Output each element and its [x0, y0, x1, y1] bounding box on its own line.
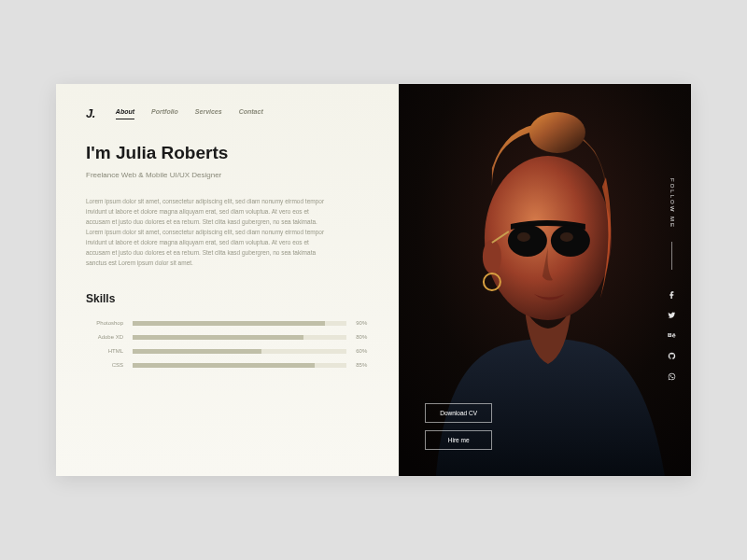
whatsapp-icon[interactable] [667, 371, 678, 382]
behance-icon[interactable] [667, 329, 678, 341]
facebook-icon[interactable] [667, 288, 678, 300]
skill-value: 60% [356, 348, 373, 354]
header: J. About Portfolio Services Contact [86, 106, 373, 120]
skill-label: Photoshop [86, 320, 123, 326]
svg-point-4 [529, 112, 585, 153]
github-icon[interactable] [667, 350, 678, 361]
skill-label: Adobe XD [86, 334, 123, 340]
divider-line [671, 242, 672, 270]
skill-value: 80% [356, 334, 373, 340]
skill-bar [133, 321, 346, 326]
svg-point-2 [483, 240, 501, 273]
follow-rail: FOLLOW ME [663, 84, 682, 476]
nav-about[interactable]: About [116, 108, 134, 119]
skill-row: Adobe XD 80% [86, 334, 373, 340]
follow-label: FOLLOW ME [669, 178, 675, 229]
nav: About Portfolio Services Contact [116, 108, 263, 119]
download-cv-button[interactable]: Download CV [425, 403, 492, 423]
skill-row: Photoshop 90% [86, 320, 373, 326]
skill-row: HTML 60% [86, 348, 373, 354]
skill-value: 85% [356, 362, 373, 368]
skills-title: Skills [86, 292, 373, 305]
subtitle: Freelance Web & Mobile UI/UX Designer [86, 171, 373, 179]
svg-point-8 [560, 232, 573, 242]
twitter-icon[interactable] [667, 309, 678, 320]
skill-label: HTML [86, 348, 123, 354]
hire-me-button[interactable]: Hire me [425, 430, 492, 450]
right-panel: Download CV Hire me FOLLOW ME [399, 84, 691, 476]
body-text: Lorem ipsum dolor sit amet, consectetur … [86, 196, 329, 268]
svg-point-7 [517, 232, 530, 242]
skill-value: 90% [356, 320, 373, 326]
skill-bar [133, 349, 346, 354]
logo[interactable]: J. [86, 106, 95, 120]
skill-bar [133, 363, 346, 368]
skill-row: CSS 85% [86, 362, 373, 368]
nav-portfolio[interactable]: Portfolio [151, 108, 178, 119]
cta-group: Download CV Hire me [425, 403, 492, 450]
nav-contact[interactable]: Contact [239, 108, 263, 119]
svg-point-1 [485, 156, 612, 320]
left-panel: J. About Portfolio Services Contact I'm … [56, 84, 399, 476]
page-title: I'm Julia Roberts [86, 143, 373, 163]
skill-bar [133, 335, 346, 340]
skills-list: Photoshop 90% Adobe XD 80% HTML 60% CSS … [86, 320, 373, 376]
skill-label: CSS [86, 362, 123, 368]
portfolio-card: J. About Portfolio Services Contact I'm … [56, 84, 691, 476]
nav-services[interactable]: Services [195, 108, 222, 119]
